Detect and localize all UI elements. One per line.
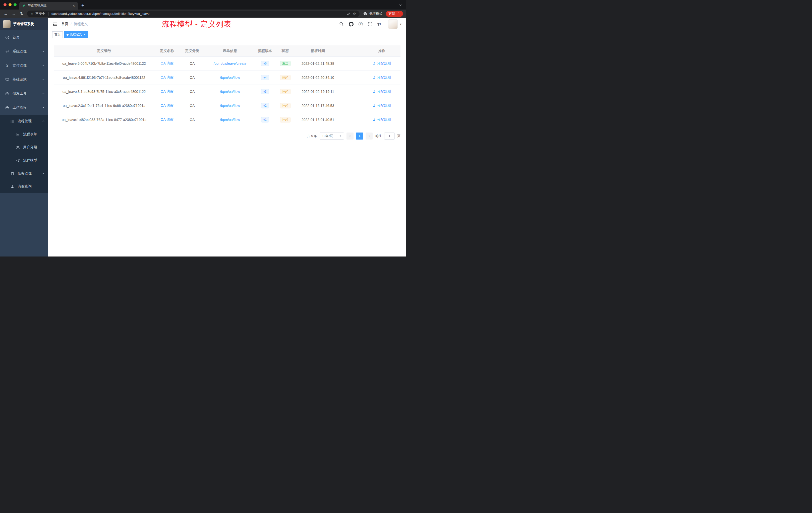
col-definition-category: 定义分类 <box>179 46 205 57</box>
form-link[interactable]: /bpm/oa/flow <box>220 76 240 80</box>
form-link[interactable]: /bpm/oa/flow <box>220 104 240 108</box>
chevron-down-icon <box>42 78 45 81</box>
breadcrumb-home[interactable]: 首页 <box>61 22 68 26</box>
definition-name-link[interactable]: OA 请假 <box>161 89 174 93</box>
tag-close-icon[interactable]: × <box>84 33 86 36</box>
prev-page-button[interactable] <box>347 132 353 140</box>
back-icon[interactable]: ← <box>3 11 8 16</box>
definition-name-link[interactable]: OA 请假 <box>161 117 174 121</box>
cell-deploy-time: 2022-01-22 21:48:38 <box>295 57 341 70</box>
tab-title: 芋道管理系统 <box>28 3 70 8</box>
action-label: 分配规则 <box>377 89 391 94</box>
update-label: 更新 <box>388 11 395 16</box>
yen-icon: ¥ <box>5 63 9 68</box>
user-icon <box>373 90 376 93</box>
sidebar-item-process-form[interactable]: 流程表单 <box>0 128 48 141</box>
cell-deploy-time: 2022-01-22 19:19:11 <box>295 85 341 99</box>
window-controls <box>3 3 17 6</box>
cell-deploy-time: 2022-01-22 20:34:10 <box>295 70 341 85</box>
new-tab-button[interactable]: + <box>81 3 84 8</box>
col-form-info: 表单信息 <box>205 46 255 57</box>
assign-rule-button[interactable]: 分配规则 <box>373 117 391 122</box>
tag-process-definition[interactable]: 流程定义 × <box>64 31 88 38</box>
browser-menu-icon[interactable]: ⋮ <box>397 12 401 16</box>
toolbox-icon <box>5 92 9 96</box>
cell-definition-id: oa_leave:5:004b710b-7b8a-11ec-8ef0-acde4… <box>54 57 154 70</box>
browser-tab[interactable]: 芋道管理系统 × <box>19 2 78 9</box>
table-row: oa_leave:1:482ec033-762a-11ec-8477-a2380… <box>54 113 401 127</box>
sidebar-item-label: 流程管理 <box>18 119 39 123</box>
app-title: 芋道管理系统 <box>13 22 34 26</box>
forward-icon[interactable]: → <box>11 11 17 16</box>
sidebar-item-payment-management[interactable]: ¥ 支付管理 <box>0 58 48 72</box>
status-badge: 挂起 <box>280 89 290 94</box>
user-menu[interactable]: ▼ <box>388 19 402 29</box>
version-badge: v5 <box>261 61 269 66</box>
page-annotation: 流程模型 - 定义列表 <box>162 19 232 29</box>
reload-icon[interactable]: ↻ <box>19 11 25 16</box>
next-page-button[interactable] <box>366 132 373 140</box>
browser-window: 芋道管理系统 × + ← → ↻ ⚠ 不安全 dashboard.yudao.i… <box>0 0 406 256</box>
sidebar-item-user-group[interactable]: 用户分组 <box>0 141 48 154</box>
update-button[interactable]: 更新 ⋮ <box>386 11 403 17</box>
sidebar-collapse-icon[interactable] <box>52 22 57 26</box>
cell-definition-id: oa_leave:3:1fad3d93-7b75-11ec-a3c8-acde4… <box>54 85 154 99</box>
version-badge: v4 <box>261 75 269 80</box>
sidebar-item-process-management[interactable]: 流程管理 <box>0 115 48 128</box>
search-icon[interactable] <box>339 22 344 26</box>
sidebar-item-workflow[interactable]: 工作流程 <box>0 101 48 115</box>
pagination-total: 共 5 条 <box>307 134 317 138</box>
page-number-1[interactable]: 1 <box>356 132 363 140</box>
form-link[interactable]: /bpm/oa/leave/create <box>214 61 246 65</box>
dashboard-icon <box>5 35 9 39</box>
help-icon[interactable]: ? <box>358 22 363 26</box>
definition-name-link[interactable]: OA 请假 <box>161 61 174 65</box>
definition-name-link[interactable]: OA 请假 <box>161 103 174 108</box>
cell-definition-id: oa_leave:1:482ec033-762a-11ec-8477-a2380… <box>54 113 154 127</box>
user-caret-icon: ▼ <box>400 23 402 26</box>
sidebar-item-task-management[interactable]: 任务管理 <box>0 167 48 180</box>
status-badge: 挂起 <box>280 75 290 80</box>
status-badge: 激活 <box>280 61 290 66</box>
window-zoom-button[interactable] <box>13 3 17 6</box>
sidebar-item-system-management[interactable]: 系统管理 <box>0 44 48 58</box>
user-icon <box>373 76 376 79</box>
tab-close-icon[interactable]: × <box>72 4 75 7</box>
assign-rule-button[interactable]: 分配规则 <box>373 103 391 108</box>
sidebar-item-label: 工作流程 <box>12 105 39 110</box>
action-label: 分配规则 <box>377 117 391 122</box>
tag-home[interactable]: 首页 <box>52 31 63 38</box>
assign-rule-button[interactable]: 分配规则 <box>373 75 391 80</box>
page-size-value: 10条/页 <box>322 134 333 138</box>
form-link[interactable]: /bpm/oa/flow <box>220 118 240 122</box>
bookmark-star-icon[interactable]: ☆ <box>353 11 356 16</box>
cell-category: OA <box>179 113 205 127</box>
address-bar[interactable]: ⚠ 不安全 dashboard.yudao.iocoder.cn/bpm/man… <box>27 10 359 17</box>
assign-rule-button[interactable]: 分配规则 <box>373 61 391 66</box>
cell-category: OA <box>179 85 205 99</box>
sidebar-item-infrastructure[interactable]: 基础设施 <box>0 72 48 87</box>
briefcase-icon <box>5 105 9 110</box>
form-link[interactable]: /bpm/oa/flow <box>220 90 240 94</box>
window-minimize-button[interactable] <box>8 3 11 6</box>
font-size-icon[interactable]: TT <box>377 22 381 26</box>
sidebar-item-home[interactable]: 首页 <box>0 30 48 44</box>
status-badge: 挂起 <box>280 117 290 122</box>
sidebar-item-leave-query[interactable]: 请假查询 <box>0 180 48 193</box>
tags-view-bar: 首页 流程定义 × <box>48 30 406 39</box>
profile-chevron-icon[interactable] <box>399 3 402 7</box>
goto-page-input[interactable] <box>384 132 395 140</box>
sidebar-item-process-model[interactable]: 流程模型 <box>0 154 48 167</box>
key-icon[interactable] <box>347 12 351 16</box>
app-logo-row[interactable]: 芋道管理系统 <box>0 18 48 30</box>
fullscreen-icon[interactable] <box>368 22 372 26</box>
window-close-button[interactable] <box>3 3 6 6</box>
col-process-version: 流程版本 <box>255 46 275 57</box>
page-size-select[interactable]: 10条/页 ▼ <box>320 132 344 140</box>
incognito-icon <box>363 11 368 16</box>
definition-name-link[interactable]: OA 请假 <box>161 75 174 79</box>
breadcrumb: 首页 / 流程定义 <box>61 22 88 26</box>
assign-rule-button[interactable]: 分配规则 <box>373 89 391 94</box>
sidebar-item-dev-tools[interactable]: 研发工具 <box>0 87 48 101</box>
github-icon[interactable] <box>349 22 353 27</box>
